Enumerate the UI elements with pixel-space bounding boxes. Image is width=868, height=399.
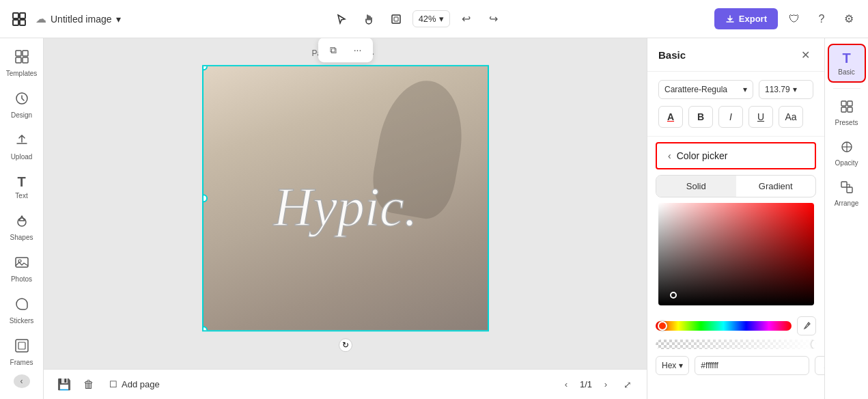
trash-btn[interactable]: 🗑 <box>79 375 98 394</box>
canvas-more-btn[interactable]: ··· <box>348 40 367 59</box>
font-size-selector[interactable]: 113.79 ▾ <box>759 80 813 99</box>
right-panel: Basic ✕ Carattere-Regula ▾ 113.79 ▾ A <box>647 38 824 399</box>
close-icon: ✕ <box>801 49 810 61</box>
add-page-button[interactable]: ☐ Add page <box>104 376 165 392</box>
far-right-basic[interactable]: T Basic <box>828 44 866 83</box>
redo-btn[interactable]: ↪ <box>483 8 505 30</box>
eyedropper-btn[interactable] <box>797 316 816 335</box>
help-btn[interactable]: ? <box>811 8 832 30</box>
bold-btn[interactable]: B <box>688 106 713 128</box>
canvas-content: ⧉ ··· Hypic. <box>202 65 489 331</box>
page-nav: ‹ 1/1 › ⤢ <box>558 376 636 393</box>
shapes-label: Shapes <box>10 234 33 241</box>
undo-icon: ↩ <box>462 12 471 25</box>
svg-rect-7 <box>23 51 28 56</box>
sidebar-item-photos[interactable]: Photos <box>3 249 41 288</box>
page-count: 1/1 <box>580 379 592 389</box>
opacity-thumb <box>811 340 816 349</box>
frame-tool-btn[interactable] <box>385 8 407 30</box>
text-color-btn[interactable]: A <box>658 106 683 128</box>
zoom-chevron: ▾ <box>439 14 444 24</box>
canvas-area[interactable]: Page 1 ⧉ ··· ⧉ ··· <box>44 38 647 369</box>
sidebar-item-shapes[interactable]: Shapes <box>3 208 41 247</box>
underline-btn[interactable]: U <box>748 106 773 128</box>
settings-btn[interactable]: ⚙ <box>838 8 860 30</box>
text-color-icon: A <box>667 111 674 122</box>
fullscreen-btn[interactable]: ⤢ <box>619 376 636 393</box>
photos-icon <box>14 255 29 273</box>
italic-icon: I <box>729 111 732 122</box>
save-btn[interactable]: 💾 <box>55 375 74 394</box>
svg-point-13 <box>18 260 21 262</box>
canvas-copy-btn[interactable]: ⧉ <box>324 40 343 59</box>
sidebar-item-stickers[interactable]: Stickers <box>3 291 41 330</box>
svg-rect-8 <box>16 57 21 63</box>
color-gradient-canvas[interactable] <box>658 203 814 305</box>
far-right-arrange[interactable]: Arrange <box>828 175 866 212</box>
font-row: Carattere-Regula ▾ 113.79 ▾ <box>658 80 813 99</box>
sidebar-item-upload[interactable]: Upload <box>3 127 41 166</box>
svg-rect-18 <box>848 101 852 106</box>
sidebar-collapse-btn[interactable]: ‹ <box>14 374 30 388</box>
back-icon: ‹ <box>668 150 671 161</box>
canvas-rotate-handle[interactable]: ↻ <box>339 338 352 352</box>
main-area: Templates Design Upload T Text Shapes <box>0 38 868 399</box>
sidebar-item-templates[interactable]: Templates <box>3 44 41 83</box>
svg-text:Hypic.: Hypic. <box>272 177 417 237</box>
hand-tool-btn[interactable] <box>358 8 380 30</box>
font-selector[interactable]: Carattere-Regula ▾ <box>658 80 753 99</box>
basic-tab-label: Basic <box>838 68 854 76</box>
arrange-tab-label: Arrange <box>835 200 859 207</box>
color-picker-title: Color picker <box>677 150 728 161</box>
upload-label: Upload <box>11 153 33 161</box>
shield-btn[interactable]: 🛡 <box>783 8 805 30</box>
hex-mode-label: Hex <box>662 361 676 370</box>
svg-rect-6 <box>16 51 21 56</box>
stickers-label: Stickers <box>10 317 34 325</box>
topbar-right: Export 🛡 ? ⚙ <box>714 8 860 30</box>
sidebar-item-design[interactable]: Design <box>3 85 41 124</box>
export-button[interactable]: Export <box>714 8 778 29</box>
far-right-presets[interactable]: Presets <box>828 94 866 132</box>
sidebar-item-text[interactable]: T Text <box>3 169 41 205</box>
solid-gradient-tabs: Solid Gradient <box>656 175 816 197</box>
hue-thumb <box>658 321 667 331</box>
svg-rect-12 <box>16 258 28 267</box>
basic-tab-icon: T <box>842 51 850 66</box>
hex-mode-selector[interactable]: Hex ▾ <box>656 356 689 375</box>
opacity-input[interactable] <box>815 356 824 375</box>
font-section: Carattere-Regula ▾ 113.79 ▾ A B I <box>647 72 824 137</box>
undo-btn[interactable]: ↩ <box>456 8 477 30</box>
svg-rect-22 <box>841 182 847 187</box>
text-label: Text <box>15 192 27 200</box>
case-btn[interactable]: Aa <box>779 106 803 128</box>
hex-mode-chevron: ▾ <box>679 361 683 370</box>
canvas-toolbar: ⧉ ··· <box>318 38 373 62</box>
italic-btn[interactable]: I <box>718 106 743 128</box>
templates-label: Templates <box>6 70 38 77</box>
opacity-slider-row <box>647 340 824 349</box>
panel-header: Basic ✕ <box>647 38 824 72</box>
font-name: Carattere-Regula <box>664 85 727 94</box>
opacity-tab-icon <box>840 140 854 157</box>
zoom-control[interactable]: 42% ▾ <box>412 10 450 27</box>
sidebar-item-frames[interactable]: Frames <box>3 333 41 372</box>
title-chevron: ▾ <box>116 14 121 25</box>
page-next-btn[interactable]: › <box>598 376 614 393</box>
cloud-icon: ☁ <box>36 12 46 25</box>
frames-icon <box>14 338 29 357</box>
far-right-opacity[interactable]: Opacity <box>828 135 866 172</box>
panel-close-btn[interactable]: ✕ <box>797 46 813 63</box>
gradient-tab[interactable]: Gradient <box>736 176 816 197</box>
page-prev-btn[interactable]: ‹ <box>558 376 574 393</box>
svg-rect-5 <box>394 17 398 21</box>
canvas-image[interactable]: Hypic. <box>202 65 489 331</box>
opacity-slider[interactable] <box>656 340 816 349</box>
select-tool-btn[interactable] <box>331 8 352 30</box>
hue-slider[interactable] <box>656 321 792 331</box>
color-picker-header[interactable]: ‹ Color picker <box>656 142 816 169</box>
document-title[interactable]: ☁ Untitled image ▾ <box>36 12 121 25</box>
app-logo[interactable] <box>8 8 30 30</box>
solid-tab[interactable]: Solid <box>656 176 736 197</box>
hex-input[interactable] <box>695 356 809 375</box>
